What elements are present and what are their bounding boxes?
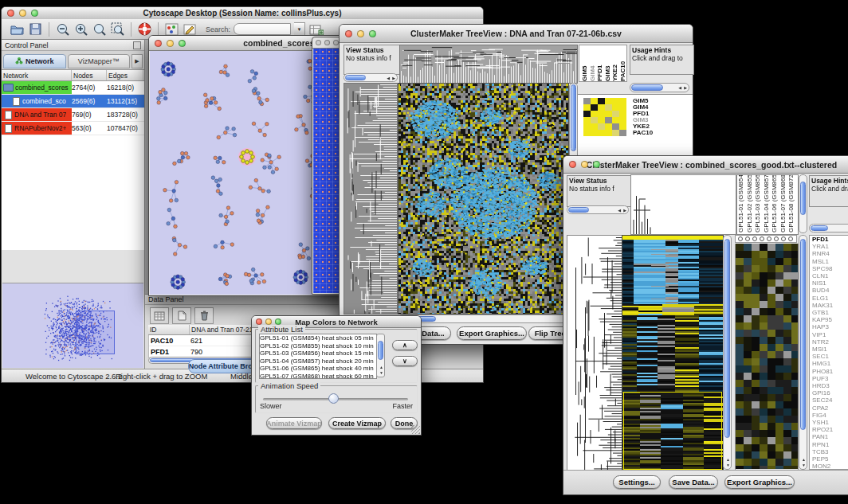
matrix-cell[interactable]: [591, 111, 598, 117]
zoom-out-icon[interactable]: [55, 21, 70, 37]
treeview2-titlebar[interactable]: ClusterMaker TreeView : combined_scores_…: [563, 156, 848, 174]
matrix-cell[interactable]: [583, 104, 591, 111]
gene-label[interactable]: KAP95: [812, 316, 848, 323]
treeview1-hscrollbar[interactable]: [398, 315, 567, 323]
zoom-button[interactable]: [31, 10, 38, 17]
network-table-row[interactable]: combined_sco2569(6)13112(15): [2, 95, 144, 108]
treeview1-titlebar[interactable]: ClusterMaker TreeView : DNA and Tran 07-…: [340, 25, 693, 43]
matrix-cell[interactable]: [605, 130, 612, 136]
gene-label[interactable]: VIP1: [812, 331, 848, 338]
float-panel-icon[interactable]: [133, 41, 141, 49]
matrix-cell[interactable]: [612, 111, 619, 117]
gene-label[interactable]: NIS1: [812, 279, 848, 287]
open-folder-icon[interactable]: [10, 21, 25, 37]
treeview2-heatmap[interactable]: [622, 235, 724, 471]
treeview2-labels-scrollbar[interactable]: [799, 174, 807, 233]
matrix-cell[interactable]: [619, 98, 626, 104]
scroll-up-icon[interactable]: ▲: [802, 458, 806, 462]
treeview2-button-export-graphics[interactable]: Export Graphics...: [724, 475, 795, 489]
tab-overflow-icon[interactable]: ▶: [132, 54, 143, 68]
gene-label[interactable]: MSL1: [812, 258, 848, 265]
matrix-cell[interactable]: [619, 111, 626, 117]
network-table-row[interactable]: combined_scores2764(0)16218(0): [2, 81, 144, 95]
attribute-list-item[interactable]: GPL51-04 (GSM857) heat shock 20 min: [260, 357, 376, 365]
network-overview-canvas[interactable]: [2, 283, 143, 368]
gene-label[interactable]: HAP3: [812, 323, 848, 330]
gene-label[interactable]: SEC1: [812, 353, 848, 360]
gene-label[interactable]: PEP5: [812, 455, 848, 463]
matrix-cell[interactable]: [591, 98, 598, 104]
attribute-list-item[interactable]: GPL51-01 (GSM854) heat shock 05 min: [260, 334, 376, 342]
minimize-button[interactable]: [324, 40, 330, 45]
gene-label[interactable]: RPO21: [812, 426, 848, 433]
scroll-down-icon[interactable]: ▼: [726, 463, 730, 467]
network-table-row[interactable]: RNAPuberNov2+563(0)107847(0): [2, 122, 144, 135]
column-toggle-icon[interactable]: [767, 236, 771, 241]
matrix-cell[interactable]: [605, 111, 612, 117]
gene-label[interactable]: YRA1: [812, 243, 848, 250]
column-toggle-icon[interactable]: [781, 236, 786, 241]
scroll-up-icon[interactable]: ▲: [726, 458, 730, 462]
matrix-cell[interactable]: [619, 123, 626, 130]
matrix-cell[interactable]: [598, 130, 605, 136]
gene-label[interactable]: BUD4: [812, 287, 848, 294]
attribute-list-item[interactable]: GPL51-06 (GSM865) heat shock 40 min: [260, 365, 376, 373]
scroll-left-icon[interactable]: ◀: [387, 76, 390, 80]
scroll-up-icon[interactable]: ▲: [379, 365, 383, 369]
gene-label[interactable]: CPA2: [812, 404, 848, 412]
matrix-cell[interactable]: [598, 117, 605, 123]
network-table-row[interactable]: DNA and Tran 07769(0)183728(0): [2, 108, 144, 122]
gene-label[interactable]: ELG1: [812, 295, 848, 302]
column-toggle-icon[interactable]: [774, 236, 779, 241]
matrix-cell[interactable]: [583, 123, 591, 130]
minimize-button[interactable]: [357, 30, 364, 37]
matrix-cell[interactable]: [583, 130, 591, 136]
move-up-button[interactable]: ∧: [392, 340, 418, 350]
gene-label[interactable]: HMG1: [812, 360, 848, 367]
select-attributes-icon[interactable]: [150, 307, 169, 324]
matrix-cell[interactable]: [619, 117, 626, 123]
treeview2-row-dendrogram[interactable]: [567, 235, 622, 471]
scroll-down-icon[interactable]: ▼: [379, 371, 383, 375]
treeview2-vscrollbar[interactable]: ▲ ▼: [723, 235, 732, 470]
gene-label[interactable]: GTB1: [812, 309, 848, 316]
zoom-button[interactable]: [593, 161, 600, 168]
treeview1-similarity-matrix[interactable]: [583, 98, 626, 136]
close-button[interactable]: [316, 40, 321, 45]
column-toggle-icon[interactable]: [760, 236, 764, 241]
treeview1-heatmap[interactable]: [398, 83, 569, 315]
matrix-cell[interactable]: [612, 104, 619, 111]
zoom-button[interactable]: [179, 40, 186, 47]
gene-label[interactable]: MAK31: [812, 302, 848, 309]
attribute-list-item[interactable]: GPL51-02 (GSM855) heat shock 10 min: [260, 342, 376, 350]
matrix-cell[interactable]: [598, 98, 605, 104]
scroll-right-icon[interactable]: ▶: [392, 76, 395, 80]
treeview2-button-settings[interactable]: Settings...: [613, 475, 661, 489]
minimize-button[interactable]: [19, 10, 26, 17]
column-toggle-icon[interactable]: [788, 236, 793, 241]
zoom-selected-icon[interactable]: [92, 21, 107, 37]
gene-label[interactable]: RPN1: [812, 441, 848, 448]
resize-grip[interactable]: [411, 425, 420, 434]
delete-attribute-icon[interactable]: [194, 307, 214, 324]
matrix-cell[interactable]: [591, 123, 598, 130]
matrix-cell[interactable]: [583, 117, 591, 123]
save-icon[interactable]: [28, 21, 43, 37]
treeview1-column-dendrogram[interactable]: [399, 45, 578, 84]
matrix-cell[interactable]: [583, 111, 591, 117]
move-down-button[interactable]: ∨: [392, 356, 418, 366]
treeview1-status-scrollbar[interactable]: ◀ ▶: [344, 73, 398, 82]
gene-label[interactable]: FIG4: [812, 412, 848, 419]
attribute-list-item[interactable]: GPL51-03 (GSM856) heat shock 15 min: [260, 350, 376, 357]
attribute-list-scrollbar[interactable]: ▲ ▼: [376, 334, 385, 377]
scroll-left-icon[interactable]: ◀: [678, 86, 681, 90]
close-button[interactable]: [345, 30, 352, 37]
dialog-button-animate-vizmap[interactable]: Animate Vizmap: [266, 417, 322, 429]
zoom-button[interactable]: [333, 40, 339, 45]
treeview2-gene-list[interactable]: PFD1YRA1RNR4MSL1SPC98CLN1NIS1BUD4ELG1MAK…: [809, 235, 848, 470]
tab-vizmapper[interactable]: VizMapper™: [68, 54, 131, 68]
zoom-button[interactable]: [275, 318, 281, 325]
gene-label[interactable]: MON2: [812, 463, 848, 470]
main-titlebar[interactable]: Cytoscape Desktop (Session Name: collins…: [2, 7, 483, 20]
dialog-button-create-vizmap[interactable]: Create Vizmap: [328, 417, 386, 429]
